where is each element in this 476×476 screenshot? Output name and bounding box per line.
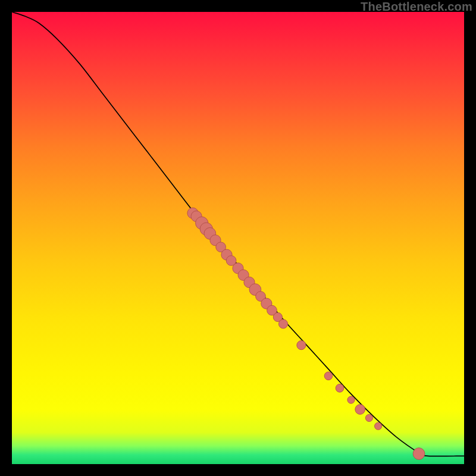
data-point xyxy=(365,414,372,421)
watermark-text: TheBottleneck.com xyxy=(361,0,472,14)
data-point xyxy=(355,405,365,415)
chart-frame: TheBottleneck.com xyxy=(0,0,476,476)
data-point xyxy=(413,448,425,460)
data-point xyxy=(336,384,344,392)
bottleneck-curve xyxy=(12,12,464,456)
data-point xyxy=(347,396,355,403)
data-points xyxy=(187,208,425,459)
data-point xyxy=(297,341,306,350)
plot-area xyxy=(12,12,464,464)
chart-svg xyxy=(12,12,464,464)
data-point xyxy=(278,320,287,328)
data-point xyxy=(375,422,382,430)
data-point xyxy=(324,372,333,380)
